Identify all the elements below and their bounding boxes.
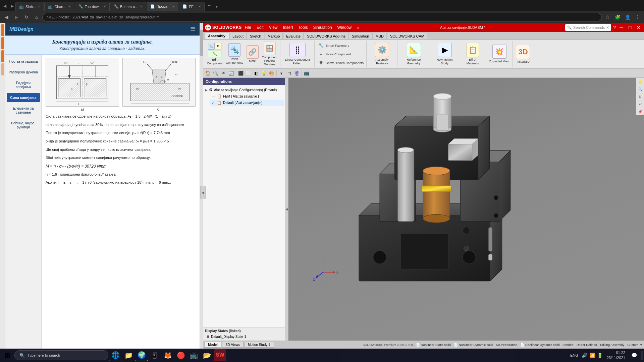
window-forward-btn[interactable]: ▶ xyxy=(9,3,15,9)
taskbar-sys-icon-volume[interactable]: 🔊 xyxy=(582,353,587,358)
config-item-default[interactable]: ✓ 📋 Default [ Alat za savijanje ] xyxy=(210,100,284,106)
extension-icon[interactable]: 🧩 xyxy=(613,13,622,21)
taskbar-show-desktop[interactable] xyxy=(641,351,643,360)
nav-refresh-button[interactable]: ↻ xyxy=(22,13,31,21)
address-bar[interactable]: file:///F:/Poslici_2021/Alat_za_savijanj… xyxy=(42,13,602,21)
sw-panel-collapse[interactable]: ◀ xyxy=(285,78,288,341)
taskbar-icon-explorer[interactable]: 📁 xyxy=(122,349,135,361)
mate-button[interactable]: 🔗 Mate xyxy=(245,41,260,67)
sw-zoom-dropdown[interactable]: ▼ xyxy=(640,343,643,347)
sw-tab-addins[interactable]: SOLIDWORKS Add-Ins xyxy=(304,33,348,39)
browser-tab-active[interactable]: 📄 Прора... ✕ xyxy=(147,2,179,11)
taskbar-icon-misc2[interactable]: 📺 xyxy=(188,349,200,361)
taskbar-icon-sw[interactable]: SW xyxy=(214,349,226,361)
nav-home-button[interactable]: ⌂ xyxy=(32,13,41,21)
toolbar-hidden-btn[interactable]: ◻ xyxy=(285,70,293,77)
sw-tab-mbd[interactable]: MBD xyxy=(372,33,386,39)
sidebar-item-razvijena[interactable]: Развијена дужина xyxy=(7,67,40,77)
bookmark-icon[interactable]: ☆ xyxy=(603,13,612,21)
sw-menu-window[interactable]: Window xyxy=(336,25,353,30)
browser-tab[interactable]: 🔧 Top-dow... ✕ xyxy=(75,2,110,11)
sw-tab-sketch[interactable]: Sketch xyxy=(247,33,264,39)
panel-collapse-handle[interactable]: ◀ xyxy=(200,186,206,199)
instant3d-button[interactable]: 3D Instant3D xyxy=(514,44,532,64)
new-tab-button[interactable]: + xyxy=(205,2,213,11)
component-preview-button[interactable]: 🪟 ComponentPreviewWindow xyxy=(261,41,279,67)
toolbar-color-btn[interactable]: 🎨 xyxy=(268,70,275,77)
sw-help-icon[interactable]: ? xyxy=(613,25,616,30)
new-motion-study-button[interactable]: ▶ New Motion Study xyxy=(432,42,458,66)
sidebar-item-radijusi[interactable]: Радијуси савијања xyxy=(7,78,40,92)
browser-tab[interactable]: 🔧 Bottom-u... ✕ xyxy=(110,2,146,11)
toolbar-screen-btn[interactable]: 📺 xyxy=(303,70,310,77)
toolbar-shadow-btn[interactable]: 🔮 xyxy=(293,70,301,77)
nav-back-button[interactable]: ◀ xyxy=(2,13,11,21)
sw-right-btn-1[interactable]: ⭐ xyxy=(637,78,644,85)
sw-minimize-btn[interactable]: ─ xyxy=(618,25,625,30)
insert-components-button[interactable]: 🔩 InsertComponents xyxy=(225,41,245,67)
taskbar-icon-chrome[interactable]: 🌍 xyxy=(136,349,148,361)
sw-close-btn[interactable]: ✕ xyxy=(635,25,642,30)
sw-menu-insert[interactable]: Insert xyxy=(282,25,294,30)
menu-icon[interactable]: ⋮ xyxy=(633,13,642,21)
search-clear-icon[interactable]: ✕ xyxy=(606,25,609,30)
toolbar-home-btn[interactable]: 🏠 xyxy=(204,70,212,77)
toolbar-display-btn[interactable]: ▼ xyxy=(278,70,285,77)
tab-close-icon[interactable]: ✕ xyxy=(198,5,201,8)
smart-fasteners-button[interactable]: 🔧 Smart Fasteners xyxy=(316,41,365,49)
hamburger-menu[interactable]: ☰ xyxy=(190,25,196,33)
sidebar-item-sila[interactable]: Сила савијања xyxy=(7,93,40,102)
sw-menu-view[interactable]: View xyxy=(268,25,279,30)
assembly-features-button[interactable]: ⚙️ Assembly Features xyxy=(368,42,396,66)
profile-icon[interactable]: 👤 xyxy=(623,13,632,21)
tab-close-icon[interactable]: ✕ xyxy=(140,5,143,8)
sw-menu-tools[interactable]: Tools xyxy=(298,25,309,30)
sw-tab-markup[interactable]: Markup xyxy=(265,33,283,39)
sidebar-item-elementi[interactable]: Елементи за савијање xyxy=(7,104,40,117)
sidebar-item-postavka[interactable]: Поставка задатка xyxy=(7,57,40,66)
sw-search-box[interactable]: 🔍 Search Commands ✕ xyxy=(565,24,611,31)
window-back-btn[interactable]: ◀ xyxy=(1,3,8,9)
sw-right-btn-5[interactable]: 📌 xyxy=(637,108,644,115)
sw-tab-simulation[interactable]: Simulation xyxy=(349,33,372,39)
taskbar-icon-firefox[interactable]: 🦊 xyxy=(162,349,174,361)
bill-of-materials-button[interactable]: 📋 Bill of Materials xyxy=(461,42,484,66)
linear-pattern-button[interactable]: ⣿ Linear Component Pattern xyxy=(282,42,313,66)
taskbar-icon-misc3[interactable]: 📂 xyxy=(201,349,213,361)
exploded-view-button[interactable]: 💥 Exploded View xyxy=(488,44,511,64)
browser-tab[interactable]: 📺 Chan... ✕ xyxy=(44,2,74,11)
taskbar-icon-edge[interactable]: 🌐 xyxy=(109,349,121,361)
sw-3d-viewport[interactable]: X Y Z ⭐ 🔍 ⚙ ↩ xyxy=(288,78,644,341)
tab-close-icon[interactable]: ✕ xyxy=(38,5,40,8)
sw-bottom-tab-motion[interactable]: Motion Study 1 xyxy=(244,342,274,348)
sw-tab-evaluate[interactable]: Evaluate xyxy=(283,33,304,39)
config-item-fem[interactable]: — 📋 FEM [ Alat za savijanje ] xyxy=(210,93,284,100)
tab-close-icon[interactable]: ✕ xyxy=(172,5,175,8)
config-main-item[interactable]: ▶ ⚙ Alat za savijanje Configuration(s) (… xyxy=(204,86,284,93)
toolbar-light-btn[interactable]: 💡 xyxy=(260,70,268,77)
taskbar-sys-icon-battery[interactable]: 🔋 xyxy=(597,353,603,358)
sw-right-btn-2[interactable]: 🔍 xyxy=(637,86,644,93)
taskbar-sys-icon-network[interactable]: 📶 xyxy=(589,353,595,358)
toolbar-view-btn[interactable]: 👁 xyxy=(220,70,227,77)
sw-right-btn-4[interactable]: ↩ xyxy=(637,101,644,107)
sw-menu-file[interactable]: File xyxy=(244,25,252,30)
sw-right-btn-3[interactable]: ⚙ xyxy=(637,93,644,100)
display-state-item[interactable]: 🖥 Default_Display State-1 xyxy=(205,334,283,339)
toolbar-cube-btn[interactable]: ⬛ xyxy=(237,70,245,77)
sw-tab-cam[interactable]: SOLIDWORKS CAM xyxy=(387,33,427,39)
toolbar-rotate-btn[interactable]: 🔄 xyxy=(227,70,235,77)
taskbar-icon-viber[interactable]: 📱 xyxy=(149,349,161,361)
taskbar-search-box[interactable]: 🔍 Type here to search xyxy=(14,350,108,360)
tab-overflow-button[interactable]: ▾ xyxy=(213,4,220,11)
sw-bottom-tab-model[interactable]: Model xyxy=(204,342,221,348)
taskbar-notifications[interactable]: 💬 xyxy=(629,351,639,360)
sw-bottom-tab-3dviews[interactable]: 3D Views xyxy=(222,342,244,348)
sw-menu-simulation[interactable]: Simulation xyxy=(312,25,333,30)
edit-component-button[interactable]: 📐 ⚙ ✏️ EditComponent xyxy=(206,41,224,67)
browser-tab[interactable]: 📄 FE... ✕ xyxy=(179,2,205,11)
sw-tab-layout[interactable]: Layout xyxy=(229,33,247,39)
sw-maximize-btn[interactable]: □ xyxy=(627,25,633,30)
nav-forward-button[interactable]: ▶ xyxy=(12,13,21,21)
toolbar-section-btn[interactable]: ◧ xyxy=(253,70,260,77)
